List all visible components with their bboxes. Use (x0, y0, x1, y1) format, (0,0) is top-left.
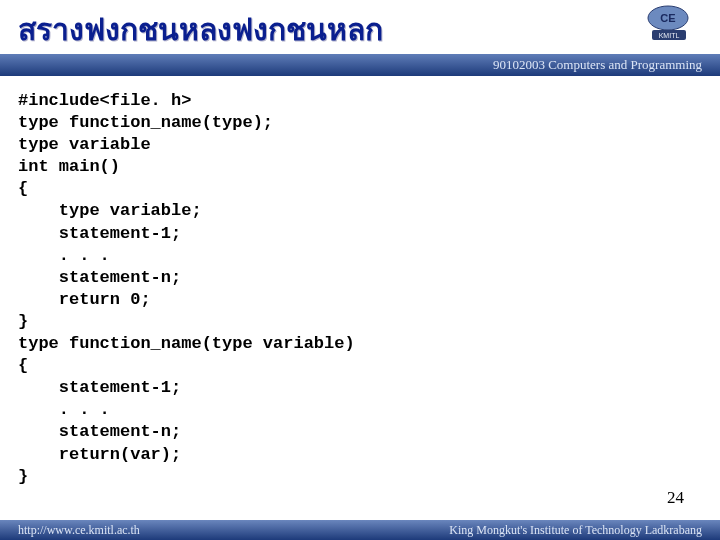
footer-institution: King Mongkut's Institute of Technology L… (449, 523, 702, 538)
svg-text:CE: CE (660, 12, 675, 24)
footer-bar: http://www.ce.kmitl.ac.th King Mongkut's… (0, 520, 720, 540)
slide-title: สรางฟงกชนหลงฟงกชนหลก (18, 6, 383, 53)
page-number: 24 (667, 488, 684, 508)
header-bar: 90102003 Computers and Programming (0, 54, 720, 76)
svg-text:KMITL: KMITL (659, 32, 680, 39)
ce-kmitl-logo: CE KMITL (642, 4, 694, 44)
code-example: #include<file. h> type function_name(typ… (18, 90, 355, 488)
course-code-text: 90102003 Computers and Programming (493, 57, 702, 73)
footer-url: http://www.ce.kmitl.ac.th (18, 523, 140, 538)
header-area: สรางฟงกชนหลงฟงกชนหลก CE KMITL 90102003 C… (0, 0, 720, 78)
